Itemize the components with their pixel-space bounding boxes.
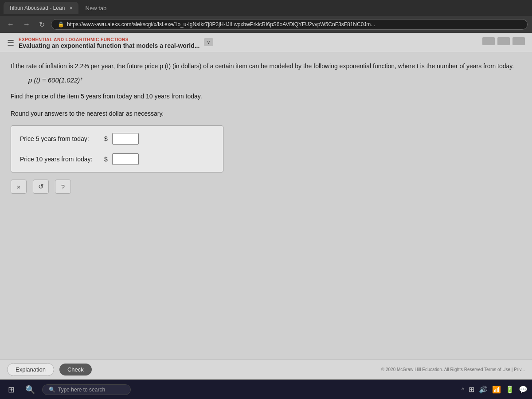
price-5-label: Price 5 years from today: bbox=[20, 135, 100, 142]
taskbar: ⊞ 🔍 🔍 Type here to search ^ ⊞ 🔊 📶 🔋 💬 bbox=[0, 379, 532, 399]
copyright-text: © 2020 McGraw-Hill Education. All Rights… bbox=[381, 367, 525, 372]
price-5-input[interactable] bbox=[112, 133, 139, 145]
start-button[interactable]: ⊞ bbox=[4, 383, 18, 396]
control-box-1 bbox=[482, 37, 495, 45]
bottom-bar: Explanation Check © 2020 McGraw-Hill Edu… bbox=[0, 359, 532, 379]
check-button[interactable]: Check bbox=[59, 364, 92, 376]
taskbar-chevron-icon[interactable]: ^ bbox=[462, 387, 464, 393]
control-box-3 bbox=[512, 37, 525, 45]
price-5-row: Price 5 years from today: $ bbox=[20, 133, 214, 145]
help-button[interactable]: ? bbox=[55, 180, 71, 194]
price-10-dollar: $ bbox=[104, 156, 108, 163]
taskbar-icon-1[interactable]: ⊞ bbox=[469, 385, 474, 394]
address-bar-row: ← → ↻ 🔒 https://www-awu.aleks.com/aleksc… bbox=[0, 16, 532, 33]
hamburger-icon[interactable]: ☰ bbox=[7, 38, 14, 48]
taskbar-icon-3[interactable]: 📶 bbox=[492, 385, 501, 394]
taskbar-search-icon: 🔍 bbox=[49, 387, 55, 393]
answer-box: Price 5 years from today: $ Price 10 yea… bbox=[11, 125, 223, 172]
tab-title: Tilbun Abousaad - Lean bbox=[9, 5, 65, 11]
taskbar-icon-4[interactable]: 🔋 bbox=[505, 385, 514, 394]
taskbar-icon-2[interactable]: 🔊 bbox=[479, 385, 488, 394]
content-area: If the rate of inflation is 2.2% per yea… bbox=[0, 52, 532, 359]
topic-title: Evaluating an exponential function that … bbox=[19, 42, 200, 49]
undo-button[interactable]: ↺ bbox=[33, 180, 49, 194]
taskbar-icon-5[interactable]: 💬 bbox=[519, 385, 528, 394]
address-text: https://www-awu.aleks.com/alekscgi/x/Isl… bbox=[67, 21, 375, 27]
browser-tab[interactable]: Tilbun Abousaad - Lean × bbox=[4, 2, 78, 14]
instruction-line1: Find the price of the item 5 years from … bbox=[11, 91, 521, 101]
taskbar-search-bar[interactable]: 🔍 Type here to search bbox=[42, 384, 131, 395]
header-text: EXPONENTIAL AND LOGARITHMIC FUNCTIONS Ev… bbox=[19, 37, 200, 49]
main-area: ☰ EXPONENTIAL AND LOGARITHMIC FUNCTIONS … bbox=[0, 33, 532, 379]
refresh-button[interactable]: ↻ bbox=[36, 20, 47, 30]
price-10-row: Price 10 years from today: $ bbox=[20, 153, 214, 165]
tab-close-button[interactable]: × bbox=[69, 4, 73, 12]
new-tab-button[interactable]: New tab bbox=[82, 3, 110, 13]
formula-display: p (t) = 600(1.022)ᵗ bbox=[28, 76, 521, 84]
price-10-label: Price 10 years from today: bbox=[20, 156, 100, 163]
instruction-line2: Round your answers to the nearest dollar… bbox=[11, 109, 521, 118]
aleks-header: ☰ EXPONENTIAL AND LOGARITHMIC FUNCTIONS … bbox=[0, 33, 532, 52]
price-5-dollar: $ bbox=[104, 135, 108, 142]
taskbar-icons: ^ ⊞ 🔊 📶 🔋 💬 bbox=[462, 385, 528, 394]
forward-button[interactable]: → bbox=[20, 20, 33, 29]
formula-text: p (t) = 600(1.022)ᵗ bbox=[28, 76, 82, 84]
chevron-button[interactable]: ∨ bbox=[204, 38, 213, 46]
action-buttons-row: × ↺ ? bbox=[11, 180, 521, 194]
back-button[interactable]: ← bbox=[4, 20, 17, 29]
problem-intro: If the rate of inflation is 2.2% per yea… bbox=[11, 61, 521, 71]
lock-icon: 🔒 bbox=[58, 21, 64, 27]
browser-chrome: Tilbun Abousaad - Lean × New tab bbox=[0, 0, 532, 16]
clear-button[interactable]: × bbox=[11, 180, 27, 194]
header-controls bbox=[482, 37, 525, 45]
topic-label: EXPONENTIAL AND LOGARITHMIC FUNCTIONS bbox=[19, 37, 200, 42]
address-bar[interactable]: 🔒 https://www-awu.aleks.com/alekscgi/x/I… bbox=[51, 19, 528, 30]
price-10-input[interactable] bbox=[112, 153, 139, 165]
control-box-2 bbox=[497, 37, 510, 45]
taskbar-search-placeholder: Type here to search bbox=[58, 387, 105, 393]
explanation-button[interactable]: Explanation bbox=[7, 363, 54, 376]
search-button[interactable]: 🔍 bbox=[22, 383, 39, 396]
